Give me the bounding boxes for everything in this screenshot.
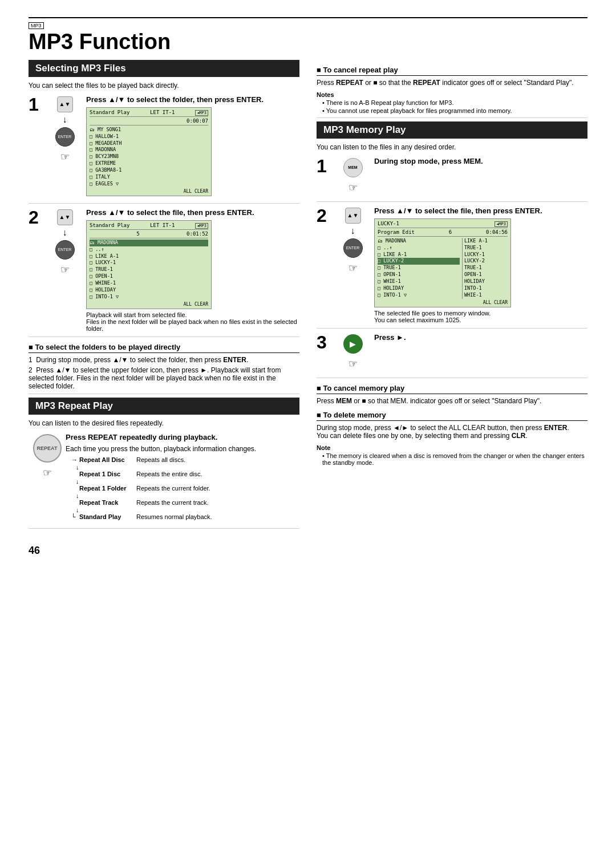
lcd-mem-rf-7: INTO-1 (464, 285, 508, 292)
lcd2-file-7: □ HOLIDAY (90, 287, 208, 294)
repeat-chain-row-3: Repeat Track Repeats the current track. (71, 499, 299, 506)
lcd-mem-rf-2: LUCKY-1 (464, 252, 508, 258)
lcd2-file-0: 🗂 MADONNA (90, 240, 208, 246)
to-cancel-memory-text: Press MEM or ■ so that MEM. indicator go… (317, 397, 587, 405)
repeat-down-1: ↓ (76, 478, 299, 485)
selecting-section-header: Selecting MP3 Files (29, 60, 299, 77)
memory-step-1-number: 1 (317, 157, 334, 175)
repeat-hand-icon: ☞ (39, 465, 55, 481)
lcd-screen-1: Standard Play LET IT-1 ◄MP3 0:00:07 🗂 MY… (86, 107, 212, 196)
repeat-step-icons: REPEAT ☞ (29, 433, 66, 482)
to-delete-memory: To delete memory During stop mode, press… (317, 411, 587, 466)
repeat-chain-arrow-1 (71, 471, 79, 477)
memory-hand-3: ☞ (345, 356, 361, 372)
selecting-section-desc: You can select the files to be played ba… (29, 82, 299, 90)
to-cancel-repeat: To cancel repeat play Press REPEAT or ■ … (317, 66, 587, 114)
lcd1-file-8: □ EAGLES ▽ (90, 181, 208, 188)
repeat-instruction: Press REPEAT repeatedly during playback. (66, 433, 299, 441)
step-2-content: Press ▲/▼ to select the file, then press… (86, 208, 299, 332)
hand-icon-2: ☞ (57, 262, 73, 278)
lcd-screen-2: Standard Play LET IT-1 ◄MP3 5 0:01:52 🗂 … (86, 220, 212, 309)
lcd-mem-mp3: ◄MP3 (495, 221, 508, 226)
lcd-mem-rf-8: WHIE-1 (464, 292, 508, 299)
lcd2-file-5: □ OPEN-1 (90, 273, 208, 280)
up-down-icon-1: ▲▼ (57, 96, 73, 112)
to-cancel-memory: To cancel memory play Press MEM or ■ so … (317, 384, 587, 405)
right-column: To cancel repeat play Press REPEAT or ■ … (317, 60, 587, 533)
memory-step-2-row: 2 ▲▼ ↓ ENTER ☞ Press ▲/▼ to select the f… (317, 206, 587, 329)
lcd1-file-1: □ HALLOW-1 (90, 133, 208, 140)
delete-memory-note: Note The memory is cleared when a disc i… (317, 444, 587, 466)
arrow-down-3: ↓ (351, 226, 355, 236)
repeat-btn-icon: REPEAT (33, 434, 62, 463)
lcd-mem-lf-2: □ LIKE A-1 (378, 252, 460, 258)
repeat-down-0: ↓ (76, 464, 299, 471)
delete-memory-note-list: The memory is cleared when a disc is rem… (317, 452, 587, 466)
memory-step-2-content: Press ▲/▼ to select the file, then press… (374, 206, 587, 323)
arrow-down-2: ↓ (63, 228, 67, 238)
memory-step-3-row: 3 ▶ ☞ Press ►. (317, 333, 587, 378)
to-select-folders-title: To select the folders to be played direc… (29, 343, 299, 353)
memory-step-1-content: During stop mode, press MEM. (374, 157, 587, 169)
page-header: MP3 MP3 Function (29, 17, 587, 54)
to-cancel-repeat-title: To cancel repeat play (317, 66, 587, 76)
lcd-mem-rf-3: LUCKY-2 (464, 258, 508, 265)
lcd2-mode: Standard Play (90, 222, 129, 228)
mp3-badge: MP3 (29, 22, 44, 29)
lcd1-file-7: □ ITALY (90, 174, 208, 181)
step-2-note-2: Files in the next folder will be played … (86, 318, 299, 332)
step-1-content: Press ▲/▼ to select the folder, then pre… (86, 95, 299, 198)
step-2-note-1: Playback will start from selected file. (86, 311, 299, 318)
lcd2-file-3: □ LUCKY-1 (90, 260, 208, 266)
step-1-instruction: Press ▲/▼ to select the folder, then pre… (86, 95, 299, 104)
hand-icon-1: ☞ (57, 149, 73, 165)
play-btn-icon: ▶ (343, 334, 363, 354)
to-select-folders: To select the folders to be played direc… (29, 343, 299, 390)
memory-step-2-number: 2 (317, 206, 334, 225)
mem-btn-icon: MEM (343, 158, 363, 177)
step-1-number: 1 (29, 95, 46, 114)
lcd-mem-left-files: 🗂 MADONNA □ ..↑ □ LIKE A-1 □ LUCKY-2 □ T… (378, 238, 460, 299)
repeat-label-3: Repeat Track (79, 499, 136, 506)
lcd1-time: 0:00:07 (187, 118, 208, 124)
lcd-mem-lf-1: □ ..↑ (378, 245, 460, 252)
repeat-chain-row-4: └ Standard Play Resumes normal playback. (71, 513, 299, 520)
memory-hand-1: ☞ (345, 180, 361, 196)
lcd-mem-lf-7: □ HOLIDAY (378, 285, 460, 292)
lcd2-files: 🗂 MADONNA □ ..↑ □ LIKE A-1 □ LUCKY-1 □ T… (90, 240, 208, 301)
cancel-repeat-notes: Notes There is no A-B Repeat play functi… (317, 91, 587, 114)
repeat-down-3: ↓ (76, 506, 299, 513)
memory-step-1-instruction: During stop mode, press MEM. (374, 157, 587, 165)
repeat-step-row: REPEAT ☞ Press REPEAT repeatedly during … (29, 433, 299, 529)
lcd-mem-track: LUCKY-1 (378, 221, 399, 226)
lcd-screen-memory: LUCKY-1 ◄MP3 Program Edit 6 0:04:56 🗂 MA… (374, 218, 511, 307)
lcd-mem-tracknum: 6 (449, 229, 452, 235)
repeat-chain-row-2: Repeat 1 Folder Repeats the current fold… (71, 485, 299, 492)
memory-step-3-content: Press ►. (374, 333, 587, 345)
lcd2-footer: ALL CLEAR (90, 302, 208, 307)
to-select-folders-step-1: 1 During stop mode, press ▲/▼ to select … (29, 356, 299, 364)
to-delete-memory-text: During stop mode, press ◄/► to select th… (317, 424, 587, 440)
step-1-icons: ▲▼ ↓ ENTER ☞ (49, 95, 80, 166)
memory-step-3-instruction: Press ►. (374, 333, 587, 342)
lcd2-file-8: □ INTO-1 ▽ (90, 294, 208, 301)
page-number: 46 (29, 545, 587, 557)
lcd-mem-rf-4: TRUE-1 (464, 265, 508, 271)
lcd-mem-lf-8: □ INTO-1 ▽ (378, 292, 460, 299)
lcd-mem-rf-1: TRUE-1 (464, 245, 508, 252)
repeat-chain: → Repeat All Disc Repeats all discs. ↓ R… (71, 456, 299, 520)
lcd2-track: LET IT-1 (150, 222, 175, 228)
repeat-note: Each time you press the button, playback… (66, 445, 299, 453)
delete-memory-note-0: The memory is cleared when a disc is rem… (322, 452, 587, 466)
main-layout: Selecting MP3 Files You can select the f… (29, 60, 587, 533)
step-2-number: 2 (29, 208, 46, 226)
to-cancel-memory-title: To cancel memory play (317, 384, 587, 394)
step-1-row: 1 ▲▼ ↓ ENTER ☞ Press ▲/▼ to select the f… (29, 95, 299, 204)
memory-hand-2: ☞ (345, 260, 361, 276)
repeat-desc-4: Resumes normal playback. (136, 513, 212, 520)
lcd1-file-4: □ BCY23MN8 (90, 153, 208, 160)
cancel-repeat-notes-list: There is no A-B Repeat play function for… (317, 99, 587, 114)
lcd2-file-6: □ WHINE-1 (90, 280, 208, 287)
lcd-mem-lf-5: □ OPEN-1 (378, 271, 460, 278)
repeat-chain-arrow-2 (71, 485, 79, 492)
